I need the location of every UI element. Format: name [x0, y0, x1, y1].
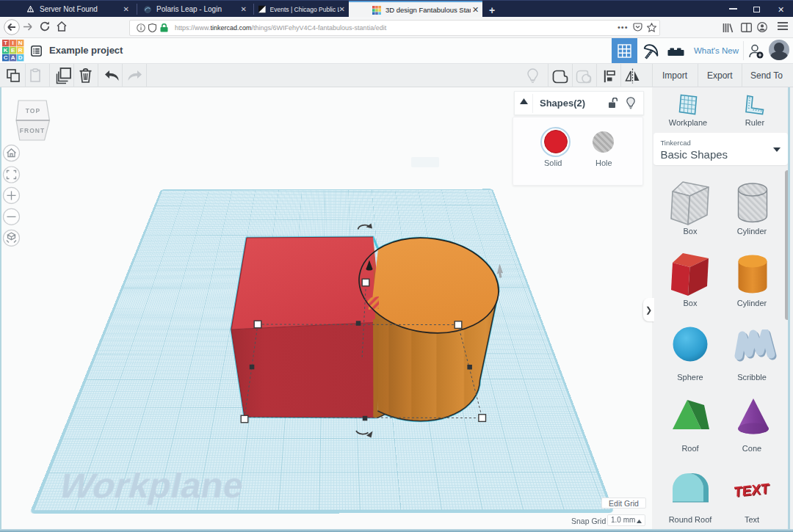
- svg-text:D: D: [18, 54, 22, 61]
- svg-text:A: A: [10, 54, 15, 61]
- svg-text:N: N: [18, 40, 22, 46]
- svg-text:TOP: TOP: [26, 107, 40, 114]
- svg-text:FRONT: FRONT: [20, 127, 45, 134]
- svg-text:T: T: [4, 40, 7, 46]
- svg-text:K: K: [3, 47, 7, 54]
- svg-text:E: E: [11, 47, 15, 54]
- svg-text:I: I: [12, 40, 13, 46]
- svg-text:C: C: [3, 54, 7, 61]
- svg-text:R: R: [18, 47, 22, 54]
